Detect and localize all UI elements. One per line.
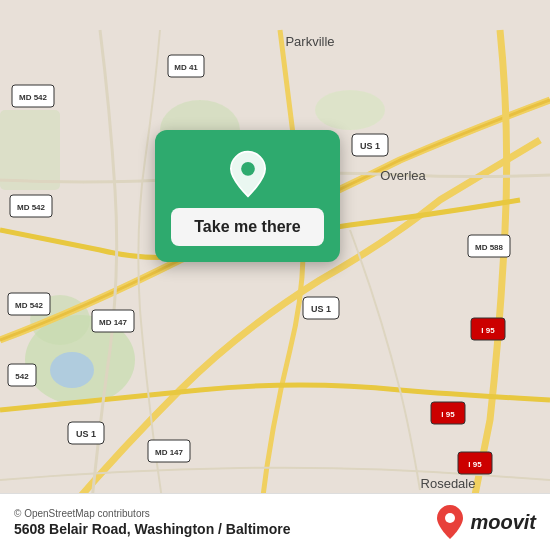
svg-point-6 — [50, 352, 94, 388]
moovit-logo: moovit — [436, 504, 536, 540]
svg-rect-0 — [0, 30, 550, 520]
svg-text:MD 147: MD 147 — [99, 318, 128, 327]
svg-text:MD 542: MD 542 — [19, 93, 48, 102]
svg-text:Parkville: Parkville — [285, 34, 334, 49]
svg-text:US 1: US 1 — [76, 429, 96, 439]
take-me-there-button[interactable]: Take me there — [171, 208, 324, 246]
svg-rect-4 — [0, 110, 60, 190]
moovit-pin-icon — [436, 504, 464, 540]
svg-text:MD 588: MD 588 — [475, 243, 504, 252]
moovit-brand-label: moovit — [470, 511, 536, 534]
svg-text:542: 542 — [15, 372, 29, 381]
svg-text:Overlea: Overlea — [380, 168, 426, 183]
svg-text:MD 542: MD 542 — [17, 203, 46, 212]
location-pin-icon — [224, 150, 272, 198]
svg-text:I 95: I 95 — [441, 410, 455, 419]
svg-text:US 1: US 1 — [360, 141, 380, 151]
svg-text:MD 147: MD 147 — [155, 448, 184, 457]
svg-point-41 — [445, 513, 455, 523]
svg-text:Rosedale: Rosedale — [421, 476, 476, 491]
address-label: 5608 Belair Road, Washington / Baltimore — [14, 521, 290, 537]
map-container: US 1 US 1 US 1 MD 542 MD 542 MD 542 542 … — [0, 0, 550, 550]
svg-text:US 1: US 1 — [311, 304, 331, 314]
bottom-left-info: © OpenStreetMap contributors 5608 Belair… — [14, 508, 290, 537]
svg-point-40 — [241, 162, 255, 176]
svg-text:I 95: I 95 — [468, 460, 482, 469]
bottom-bar: © OpenStreetMap contributors 5608 Belair… — [0, 493, 550, 550]
map-background: US 1 US 1 US 1 MD 542 MD 542 MD 542 542 … — [0, 0, 550, 550]
svg-text:MD 542: MD 542 — [15, 301, 44, 310]
osm-attribution: © OpenStreetMap contributors — [14, 508, 290, 519]
location-popup: Take me there — [155, 130, 340, 262]
svg-text:MD 41: MD 41 — [174, 63, 198, 72]
svg-point-5 — [315, 90, 385, 130]
svg-text:I 95: I 95 — [481, 326, 495, 335]
